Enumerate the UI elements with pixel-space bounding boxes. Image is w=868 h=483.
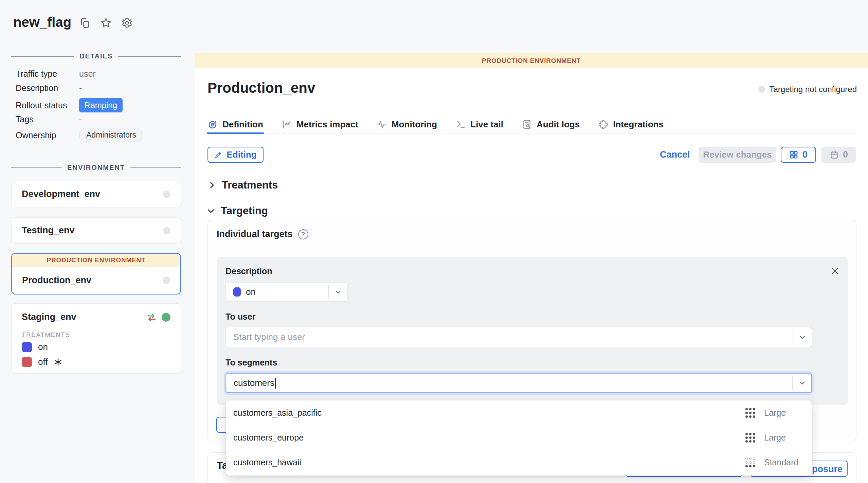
terminal-icon bbox=[455, 119, 466, 130]
tab-bar: Definition Metrics impact Monitoring Liv… bbox=[207, 115, 857, 134]
segment-option[interactable]: customers_hawaii Standard bbox=[226, 450, 812, 475]
tab-integrations[interactable]: Integrations bbox=[598, 115, 664, 133]
default-treatment-asterisk-icon bbox=[54, 358, 62, 366]
env-active-dot bbox=[162, 313, 170, 322]
env-status-dot bbox=[163, 276, 170, 284]
segment-option[interactable]: customers_europe Large bbox=[226, 425, 812, 450]
tab-label: Metrics impact bbox=[296, 119, 358, 130]
editing-label: Editing bbox=[227, 149, 256, 160]
segment-name: customers_europe bbox=[233, 433, 745, 443]
target-rule-block: Description on To user Start typing a us… bbox=[217, 257, 848, 405]
description-field-label: Description bbox=[225, 266, 272, 276]
settings-gear-icon[interactable] bbox=[121, 17, 133, 29]
env-card-testing[interactable]: Testing_env bbox=[11, 217, 181, 244]
treatments-section-title: Treatments bbox=[222, 179, 278, 191]
to-segments-input[interactable]: customers bbox=[225, 373, 812, 393]
copy-icon[interactable] bbox=[79, 17, 91, 29]
tab-audit-logs[interactable]: Audit logs bbox=[522, 115, 580, 133]
pending-changes-button[interactable]: 0 bbox=[781, 147, 816, 163]
detail-value: - bbox=[79, 83, 178, 93]
review-changes-button[interactable]: Review changes bbox=[699, 147, 776, 163]
metrics-chart-icon bbox=[282, 119, 292, 130]
targeting-section-toggle[interactable]: Targeting bbox=[206, 205, 268, 217]
segment-grid-icon bbox=[745, 433, 755, 443]
treatment-off-swatch bbox=[22, 357, 32, 367]
segment-grid-icon bbox=[745, 408, 755, 418]
chevron-down-icon[interactable] bbox=[328, 285, 347, 299]
treatments-section-toggle[interactable]: Treatments bbox=[207, 179, 278, 191]
puzzle-icon bbox=[598, 119, 609, 130]
production-environment-banner: PRODUCTION ENVIRONMENT bbox=[195, 53, 868, 68]
to-segments-value: customers bbox=[234, 378, 274, 388]
detail-label: Rollout status bbox=[16, 101, 67, 110]
treatment-name: on bbox=[38, 342, 48, 352]
treatment-color-swatch bbox=[233, 287, 241, 297]
segment-option[interactable]: customers_asia_pacific Large bbox=[226, 400, 812, 425]
segment-name: customers_hawaii bbox=[233, 458, 745, 467]
treatment-select[interactable]: on bbox=[225, 282, 348, 302]
treatment-on-swatch bbox=[22, 342, 32, 352]
tab-label: Live tail bbox=[470, 119, 503, 130]
chevron-down-icon[interactable] bbox=[793, 330, 812, 344]
scheduled-changes-count: 0 bbox=[843, 149, 848, 160]
rollout-status-badge: Ramping bbox=[79, 98, 123, 112]
help-icon[interactable]: ? bbox=[298, 229, 308, 239]
detail-row: Rollout status Ramping bbox=[16, 98, 67, 112]
chevron-down-icon[interactable] bbox=[792, 376, 811, 390]
treatments-label: TREATMENTS bbox=[22, 331, 70, 339]
pencil-icon bbox=[214, 151, 222, 159]
details-divider: DETAILS bbox=[11, 52, 181, 60]
tab-definition[interactable]: Definition bbox=[207, 115, 263, 133]
page-title: new_flag bbox=[13, 15, 71, 30]
production-strip-label: PRODUCTION ENVIRONMENT bbox=[47, 256, 146, 264]
chevron-right-icon bbox=[207, 181, 216, 190]
audit-log-icon bbox=[522, 119, 532, 130]
cancel-button[interactable]: Cancel bbox=[660, 149, 690, 160]
environment-section-title: ENVIRONMENT bbox=[67, 164, 125, 172]
editing-button[interactable]: Editing bbox=[207, 147, 264, 163]
detail-value: user bbox=[79, 69, 178, 79]
segment-name: customers_asia_pacific bbox=[233, 408, 745, 418]
tab-live-tail[interactable]: Live tail bbox=[455, 115, 503, 133]
feature-flag-page: new_flag DETAILS Traffic type user Descr… bbox=[0, 0, 868, 483]
treatment-row-on: on bbox=[12, 342, 181, 352]
definition-target-icon bbox=[207, 119, 218, 130]
env-status-dot bbox=[163, 191, 170, 198]
close-icon[interactable] bbox=[830, 266, 840, 276]
detail-value: - bbox=[79, 114, 178, 124]
tab-label: Audit logs bbox=[537, 119, 580, 130]
env-card-development[interactable]: Development_env bbox=[11, 181, 181, 207]
treatment-select-value: on bbox=[246, 287, 256, 297]
tab-label: Definition bbox=[222, 119, 263, 130]
to-user-field-label: To user bbox=[225, 312, 255, 322]
detail-row: Tags - bbox=[16, 114, 34, 124]
env-card-production[interactable]: PRODUCTION ENVIRONMENT Production_env bbox=[11, 253, 181, 294]
env-card-staging[interactable]: Staging_env TREATMENTS on off bbox=[11, 303, 181, 374]
tab-label: Monitoring bbox=[392, 119, 437, 130]
segment-size-label: Standard bbox=[764, 458, 804, 467]
individual-targets-title: Individual targets bbox=[217, 229, 293, 239]
env-name: Testing_env bbox=[22, 225, 75, 236]
tab-monitoring[interactable]: Monitoring bbox=[377, 115, 437, 133]
production-banner-label: PRODUCTION ENVIRONMENT bbox=[482, 57, 581, 65]
scheduled-changes-button[interactable]: 0 bbox=[821, 147, 856, 163]
detail-label: Tags bbox=[16, 114, 34, 124]
treatment-name: off bbox=[38, 357, 48, 367]
favorite-star-icon[interactable] bbox=[100, 17, 112, 29]
text-caret bbox=[275, 378, 276, 389]
detail-row: Description - bbox=[16, 83, 58, 93]
segment-size-label: Large bbox=[764, 433, 804, 443]
details-section-title: DETAILS bbox=[79, 52, 113, 60]
segments-dropdown: customers_asia_pacific Large customers_e… bbox=[226, 400, 812, 476]
detail-label: Traffic type bbox=[16, 69, 57, 78]
targeting-status: Targeting not configured bbox=[758, 85, 857, 94]
grid-icon bbox=[789, 150, 798, 159]
to-user-input[interactable]: Start typing a user bbox=[225, 327, 812, 347]
segment-grid-icon bbox=[745, 458, 755, 467]
tab-metrics-impact[interactable]: Metrics impact bbox=[282, 115, 358, 133]
production-environment-strip: PRODUCTION ENVIRONMENT bbox=[12, 254, 180, 267]
status-dot-icon bbox=[758, 86, 765, 93]
targeting-section-title: Targeting bbox=[221, 205, 268, 217]
to-segments-field-label: To segments bbox=[225, 358, 277, 368]
exposure-button-label-fragment: xposure bbox=[807, 464, 843, 475]
